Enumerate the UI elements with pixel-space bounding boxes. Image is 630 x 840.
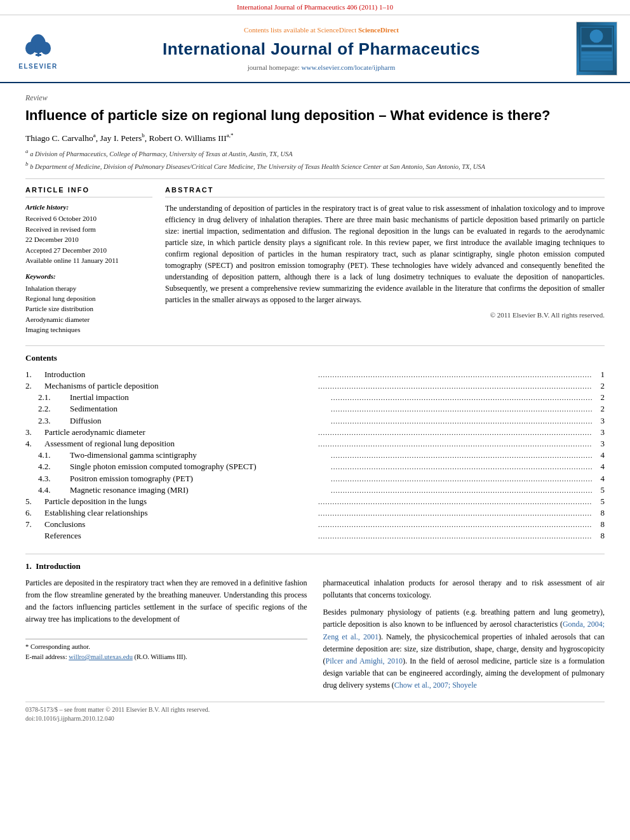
footnote-corresponding: * Corresponding author. (25, 643, 307, 652)
divider-1 (25, 178, 605, 179)
svg-point-3 (25, 42, 36, 55)
footnote-email: E-mail address: willro@mail.utexas.edu (… (25, 653, 307, 662)
table-of-contents: Contents 1. Introduction 1 2. Mechanisms… (25, 345, 605, 542)
ref-pilcer: Pilcer and Amighi, 2010 (326, 657, 403, 665)
toc-item-2-1: 2.1. Inertial impaction 2 (25, 392, 605, 403)
journal-citation: International Journal of Pharmaceutics 4… (237, 3, 393, 11)
intro-right-col: pharmaceutical inhalation products for a… (323, 577, 605, 692)
top-bar: International Journal of Pharmaceutics 4… (0, 0, 630, 15)
main-content: Review Influence of particle size on reg… (0, 83, 630, 732)
svg-point-4 (41, 42, 51, 55)
toc-item-1: 1. Introduction 1 (25, 369, 605, 380)
journal-cover-image (576, 22, 617, 76)
toc-item-2-3: 2.3. Diffusion 3 (25, 415, 605, 427)
history-accepted: Accepted 27 December 2010 (25, 246, 152, 255)
toc-item-6: 6. Establishing clear relationships 8 (25, 507, 605, 519)
toc-item-3: 3. Particle aerodynamic diameter 3 (25, 427, 605, 438)
history-revised-date: 22 December 2010 (25, 235, 152, 244)
journal-name: International Journal of Pharmaceutics (76, 37, 566, 60)
article-info-column: ARTICLE INFO Article history: Received 6… (25, 185, 152, 336)
history-revised-label: Received in revised form (25, 225, 152, 234)
ref-chow: Chow et al., 2007; Shoyele (394, 681, 477, 690)
keywords-label: Keywords: (25, 272, 152, 281)
journal-url[interactable]: www.elsevier.com/locate/ijpharm (302, 63, 396, 71)
contents-title: Contents (25, 352, 605, 364)
toc-item-2-2: 2.2. Sedimentation 2 (25, 403, 605, 415)
keyword-4: Aerodynamic diameter (25, 315, 152, 324)
section-tag: Review (25, 93, 605, 103)
affiliation-a: a a Division of Pharmaceutics, College o… (25, 147, 605, 159)
toc-item-4-2: 4.2. Single photon emission computed tom… (25, 461, 605, 472)
article-title: Influence of particle size on regional l… (25, 107, 605, 125)
article-history-label: Article history: (25, 203, 152, 212)
sciencedirect-line: Contents lists available at ScienceDirec… (76, 25, 566, 35)
journal-header: ELSEVIER Contents lists available at Sci… (0, 15, 630, 83)
abstract-text: The understanding of deposition of parti… (165, 203, 605, 305)
affiliation-b: b b Department of Medicine, Division of … (25, 160, 605, 171)
authors: Thiago C. Carvalhoa, Jay I. Petersb, Rob… (25, 131, 605, 144)
article-info-abstract: ARTICLE INFO Article history: Received 6… (25, 185, 605, 336)
introduction-section: 1. Introduction Particles are deposited … (25, 554, 605, 692)
intro-section-title: 1. Introduction (25, 561, 605, 572)
svg-rect-5 (36, 54, 41, 56)
toc-item-5: 5. Particle deposition in the lungs 5 (25, 496, 605, 507)
toc-item-7: 7. Conclusions 8 (25, 519, 605, 530)
intro-right-text-1: pharmaceutical inhalation products for a… (323, 577, 605, 601)
history-online: Available online 11 January 2011 (25, 256, 152, 265)
svg-rect-10 (581, 46, 612, 47)
toc-item-refs: References 8 (25, 530, 605, 542)
elsevier-logo: ELSEVIER (13, 26, 64, 71)
abstract-column: ABSTRACT The understanding of deposition… (165, 185, 605, 336)
toc-item-4-4: 4.4. Magnetic resonance imaging (MRI) 5 (25, 484, 605, 496)
affiliations: a a Division of Pharmaceutics, College o… (25, 147, 605, 171)
copyright: © 2011 Elsevier B.V. All rights reserved… (165, 310, 605, 320)
intro-right-text-2: Besides pulmonary physiology of patients… (323, 606, 605, 691)
keyword-3: Particle size distribution (25, 304, 152, 314)
svg-rect-11 (581, 48, 612, 51)
article-meta: Review Influence of particle size on reg… (25, 93, 605, 171)
footer-issn: 0378-5173/$ – see front matter © 2011 El… (25, 705, 605, 714)
toc-item-4: 4. Assessment of regional lung depositio… (25, 438, 605, 450)
ref-gonda: Gonda, 2004; Zeng et al., 2001 (323, 620, 605, 641)
page-footer: 0378-5173/$ – see front matter © 2011 El… (25, 702, 605, 723)
journal-title-block: Contents lists available at ScienceDirec… (76, 25, 566, 72)
svg-rect-13 (581, 56, 612, 58)
toc-item-4-1: 4.1. Two-dimensional gamma scintigraphy … (25, 450, 605, 461)
footnotes: * Corresponding author. E-mail address: … (25, 639, 307, 662)
footer-doi: doi:10.1016/j.ijpharm.2010.12.040 (25, 714, 605, 723)
abstract-header: ABSTRACT (165, 185, 605, 197)
keyword-2: Regional lung deposition (25, 294, 152, 303)
article-info-header: ARTICLE INFO (25, 185, 152, 197)
keyword-1: Inhalation therapy (25, 284, 152, 293)
introduction-columns: Particles are deposited in the respirato… (25, 577, 605, 692)
toc-item-4-3: 4.3. Positron emission tomography (PET) … (25, 473, 605, 484)
svg-point-9 (590, 30, 603, 43)
history-received: Received 6 October 2010 (25, 214, 152, 223)
email-link[interactable]: willro@mail.utexas.edu (69, 653, 133, 660)
journal-homepage: journal homepage: www.elsevier.com/locat… (76, 63, 566, 72)
svg-rect-12 (581, 53, 612, 55)
elsevier-brand: ELSEVIER (18, 62, 57, 71)
intro-left-text: Particles are deposited in the respirato… (25, 577, 307, 626)
toc-item-2: 2. Mechanisms of particle deposition 2 (25, 380, 605, 392)
keyword-5: Imaging techniques (25, 325, 152, 335)
intro-left-col: Particles are deposited in the respirato… (25, 577, 307, 692)
svg-rect-14 (581, 59, 612, 61)
